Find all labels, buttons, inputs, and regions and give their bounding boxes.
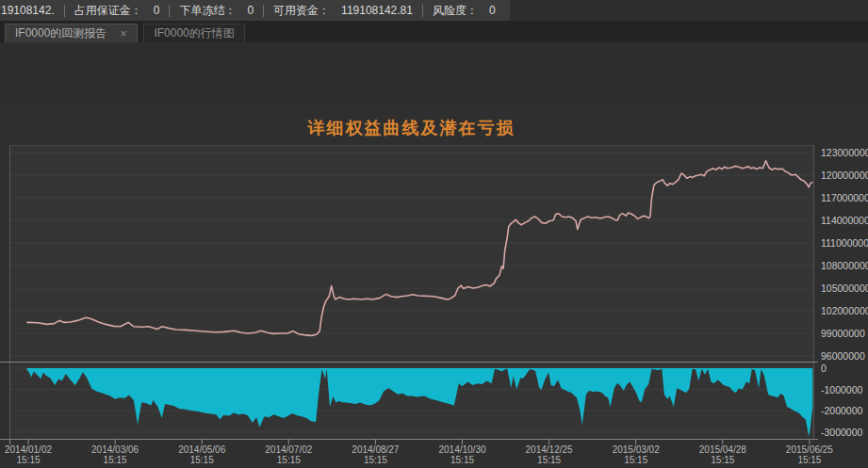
tab-market-chart[interactable]: IF0000的行情图 bbox=[143, 24, 244, 42]
account-info-cells: 19108142. 占用保证金： 0 下单冻结： 0 可用资金： 1191081… bbox=[0, 0, 510, 21]
available-funds-label: 可用资金： bbox=[273, 3, 330, 19]
chart-panel: 详细权益曲线及潜在亏损 bbox=[0, 106, 868, 468]
divider bbox=[64, 5, 65, 17]
chart-title: 详细权益曲线及潜在亏损 bbox=[9, 117, 813, 139]
document-tab-strip: IF0000的回测报告 × IF0000的行情图 bbox=[0, 21, 868, 43]
risk-degree-cell: 风险度： 0 bbox=[433, 3, 496, 19]
tab-backtest-report[interactable]: IF0000的回测报告 × bbox=[5, 24, 138, 42]
tab-backtest-report-label: IF0000的回测报告 bbox=[15, 25, 106, 41]
risk-degree-label: 风险度： bbox=[433, 3, 478, 19]
account-info-bar: 19108142. 占用保证金： 0 下单冻结： 0 可用资金： 1191081… bbox=[0, 0, 868, 22]
page-header: 策略分析 多头权益曲线 空头权益曲线 权益曲线及潜在亏损 策略绩效概要 绩效比率 bbox=[0, 42, 868, 107]
risk-degree-value: 0 bbox=[489, 4, 496, 17]
divider bbox=[263, 5, 264, 17]
account-value-truncated: 19108142. bbox=[1, 4, 55, 17]
margin-used-label: 占用保证金： bbox=[74, 3, 142, 19]
margin-used-cell: 占用保证金： 0 bbox=[74, 3, 160, 19]
divider bbox=[169, 5, 170, 17]
available-funds-cell: 可用资金： 119108142.81 bbox=[273, 3, 413, 19]
tab-market-chart-label: IF0000的行情图 bbox=[154, 25, 234, 41]
order-frozen-value: 0 bbox=[247, 4, 254, 17]
divider bbox=[422, 5, 423, 17]
margin-used-value: 0 bbox=[154, 4, 160, 17]
available-funds-value: 119108142.81 bbox=[341, 4, 413, 17]
order-frozen-cell: 下单冻结： 0 bbox=[179, 3, 254, 19]
strategy-analysis-window: 19108142. 占用保证金： 0 下单冻结： 0 可用资金： 1191081… bbox=[0, 0, 868, 468]
close-icon[interactable]: × bbox=[120, 27, 127, 40]
order-frozen-label: 下单冻结： bbox=[179, 3, 236, 19]
